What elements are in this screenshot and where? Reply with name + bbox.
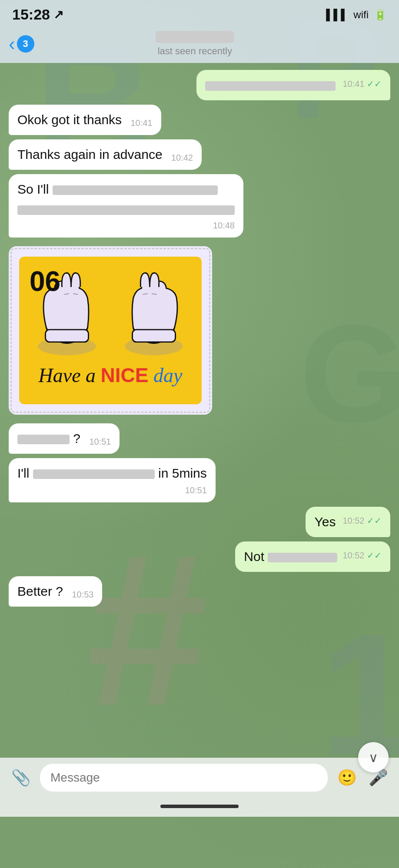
status-bar: 15:28 ↗ ▌▌▌ wifi 🔋: [0, 0, 399, 26]
sticker-content: 06: [19, 257, 202, 404]
svg-rect-7: [132, 330, 175, 342]
message-time: 10:41 ✓✓: [342, 78, 382, 90]
message-time: 10:51: [185, 484, 207, 496]
location-icon: ↗: [53, 7, 63, 22]
message-row: ? 10:51: [9, 423, 390, 454]
double-check-icon: ✓✓: [367, 516, 382, 525]
message-input[interactable]: [40, 764, 328, 792]
message-time: 10:52 ✓✓: [342, 515, 382, 527]
svg-rect-3: [45, 330, 88, 342]
badge-count: 3: [23, 38, 28, 50]
status-icons: ▌▌▌ wifi 🔋: [326, 9, 387, 21]
message-row: Not 10:52 ✓✓: [9, 541, 390, 572]
double-check-icon: ✓✓: [367, 79, 382, 89]
message-time: 10:53: [72, 590, 93, 599]
status-time: 15:28 ↗: [12, 6, 63, 23]
last-seen-status: last seen recently: [41, 46, 349, 57]
sticker-message: 06: [9, 246, 212, 415]
signal-icon: ▌▌▌: [326, 9, 348, 21]
message-text: So I'll: [17, 182, 53, 196]
message-row: 10:41 ✓✓: [9, 70, 390, 100]
message-row: So I'll 10:48: [9, 174, 390, 238]
redacted-content: [53, 185, 218, 195]
wifi-icon: wifi: [353, 9, 369, 21]
message-row: Okok got it thanks 10:41: [9, 105, 390, 135]
contact-name: [156, 31, 234, 43]
message-bubble-outgoing: 10:41 ✓✓: [196, 70, 390, 100]
right-hand-icon: [115, 270, 193, 356]
redacted-content: [17, 205, 235, 215]
message-row: Better ? 10:53: [9, 576, 390, 607]
redacted-content: [17, 435, 70, 444]
message-time: 10:51: [89, 437, 111, 446]
paperclip-icon: 📎: [11, 769, 31, 787]
sticker-have-a: Have a: [39, 364, 96, 386]
message-bubble-incoming: I'll in 5mins 10:51: [9, 458, 216, 502]
message-text: I'll: [17, 466, 33, 480]
sticker-nice: NICE: [101, 364, 149, 386]
message-bubble-outgoing: Not 10:52 ✓✓: [235, 541, 390, 572]
message-time: 10:41: [130, 118, 152, 128]
home-indicator: [0, 798, 399, 817]
battery-icon: 🔋: [374, 9, 387, 21]
redacted-content: [33, 469, 155, 479]
message-text: Better ?: [17, 584, 63, 598]
unread-badge: 3: [17, 35, 34, 53]
stamp-number: 06: [30, 265, 60, 297]
redacted-content: [205, 81, 336, 91]
message-time: 10:42: [171, 153, 193, 162]
message-bubble-incoming: Better ? 10:53: [9, 576, 102, 607]
redacted-content: [268, 553, 337, 562]
double-check-icon: ✓✓: [367, 551, 382, 560]
message-text: Thanks again in advance: [17, 147, 163, 162]
contact-info[interactable]: last seen recently: [41, 31, 349, 57]
message-row: Yes 10:52 ✓✓: [9, 507, 390, 537]
message-row: Thanks again in advance 10:42: [9, 139, 390, 170]
message-text: Not: [244, 549, 268, 564]
attach-button[interactable]: 📎: [9, 766, 33, 790]
message-text: ?: [73, 431, 80, 446]
chat-area: 10:41 ✓✓ Okok got it thanks 10:41 Thanks…: [0, 63, 399, 758]
sticker-row: 06: [9, 242, 390, 419]
chevron-down-icon: ∨: [369, 750, 378, 765]
chat-header: ‹ 3 last seen recently: [0, 26, 399, 63]
message-bubble-incoming: Thanks again in advance 10:42: [9, 139, 202, 170]
message-bubble-incoming: So I'll 10:48: [9, 174, 243, 238]
input-bar: 📎 🙂 🎤: [0, 758, 399, 798]
message-bubble-incoming: Okok got it thanks 10:41: [9, 105, 161, 135]
message-bubble-incoming: ? 10:51: [9, 423, 120, 454]
time-display: 15:28: [12, 6, 50, 23]
sticker-caption: Have a NICE day: [28, 363, 193, 387]
message-suffix: in 5mins: [158, 466, 207, 480]
emoji-icon: 🙂: [337, 769, 357, 787]
back-button[interactable]: ‹ 3: [9, 33, 34, 55]
message-text: Okok got it thanks: [17, 112, 122, 127]
message-row: I'll in 5mins 10:51: [9, 458, 390, 502]
scroll-down-button[interactable]: ∨: [358, 742, 389, 772]
message-time: 10:48: [213, 219, 235, 231]
home-bar: [160, 805, 239, 808]
emoji-button[interactable]: 🙂: [335, 766, 359, 790]
sticker-day: day: [153, 364, 182, 386]
message-bubble-outgoing: Yes 10:52 ✓✓: [306, 507, 390, 537]
back-chevron-icon: ‹: [9, 33, 15, 55]
message-text: Yes: [314, 515, 336, 529]
message-time: 10:52 ✓✓: [342, 549, 382, 561]
